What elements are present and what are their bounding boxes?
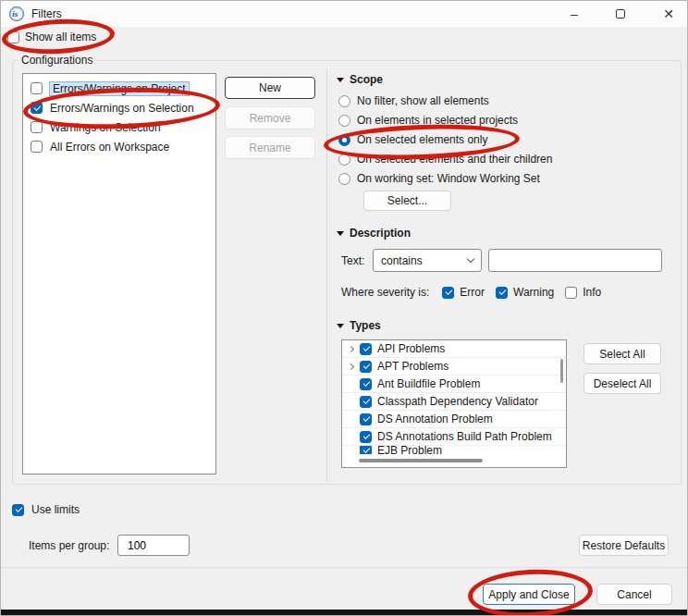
- svg-text:is: is: [12, 9, 18, 18]
- working-set-select-button[interactable]: Select...: [363, 191, 451, 211]
- severity-label: Where severity is:: [341, 286, 429, 299]
- type-checkbox[interactable]: [360, 446, 372, 454]
- panel-divider: [326, 69, 327, 482]
- cancel-button[interactable]: Cancel: [596, 584, 672, 605]
- radio-icon[interactable]: [338, 173, 350, 185]
- type-row[interactable]: Classpath Dependency Validator: [342, 393, 566, 411]
- radio-icon[interactable]: [338, 154, 350, 166]
- items-per-group-label: Items per group:: [29, 539, 109, 552]
- minimize-button[interactable]: –: [554, 1, 595, 27]
- severity-info-checkbox[interactable]: [565, 287, 577, 299]
- deselect-all-button[interactable]: Deselect All: [584, 373, 661, 394]
- window-title: Filters: [31, 7, 62, 20]
- scope-option-selected-elements-only[interactable]: On selected elements only: [338, 132, 487, 147]
- type-checkbox[interactable]: [360, 378, 372, 390]
- chevron-down-icon: [467, 255, 474, 263]
- match-mode-dropdown[interactable]: contains: [373, 249, 482, 272]
- type-checkbox[interactable]: [360, 361, 372, 373]
- type-checkbox[interactable]: [360, 431, 372, 443]
- radio-icon[interactable]: [338, 95, 350, 107]
- type-checkbox[interactable]: [360, 343, 372, 355]
- maximize-button[interactable]: [600, 1, 641, 27]
- remove-button[interactable]: Remove: [225, 106, 315, 129]
- severity-error-checkbox[interactable]: [442, 287, 454, 299]
- items-per-group-input[interactable]: [117, 535, 190, 556]
- filter-details-panel: Scope No filter, show all elements On el…: [337, 69, 681, 482]
- close-button[interactable]: ✕: [648, 1, 688, 27]
- config-item-label: Errors/Warnings on Selection: [50, 102, 194, 115]
- text-label: Text:: [341, 254, 364, 267]
- type-checkbox[interactable]: [360, 413, 372, 425]
- collapse-arrow-icon: [337, 324, 344, 328]
- radio-icon[interactable]: [338, 115, 350, 127]
- description-section-header[interactable]: Description: [337, 227, 411, 240]
- maximize-icon: [616, 9, 625, 18]
- footer-separator: [1, 567, 688, 568]
- type-row[interactable]: EJB Problem: [342, 446, 566, 454]
- config-item-checkbox[interactable]: [31, 141, 43, 153]
- config-list-item[interactable]: All Errors on Workspace: [23, 137, 215, 156]
- description-text-input[interactable]: [488, 249, 662, 272]
- severity-warning-checkbox[interactable]: [496, 287, 508, 299]
- scope-option-selected-projects[interactable]: On elements in selected projects: [338, 113, 518, 128]
- rename-button[interactable]: Rename: [225, 136, 315, 159]
- type-row[interactable]: API Problems: [342, 340, 566, 358]
- scope-option-no-filter[interactable]: No filter, show all elements: [338, 93, 489, 108]
- types-section-header[interactable]: Types: [337, 319, 381, 332]
- window-bottom-edge: [1, 610, 688, 616]
- configurations-group-label: Configurations: [18, 54, 96, 67]
- type-checkbox[interactable]: [360, 396, 372, 408]
- show-all-items-row: Show all items: [7, 31, 96, 43]
- severity-row: Where severity is: Error Warning Info: [341, 286, 601, 299]
- type-row[interactable]: DS Annotation Problem: [342, 411, 566, 428]
- horizontal-scrollbar[interactable]: [359, 459, 483, 462]
- use-limits-row: Use limits: [12, 503, 80, 516]
- type-row[interactable]: DS Annotations Build Path Problem: [342, 428, 566, 446]
- severity-warning-label: Warning: [513, 286, 554, 299]
- show-all-items-checkbox[interactable]: [7, 31, 19, 43]
- collapse-arrow-icon: [337, 231, 344, 236]
- radio-selected-icon[interactable]: [338, 134, 350, 146]
- type-row[interactable]: APT Problems: [342, 358, 566, 376]
- app-logo-icon: is: [8, 6, 25, 22]
- types-tree[interactable]: API Problems APT Problems Ant Buildfile …: [341, 339, 567, 468]
- show-all-items-label: Show all items: [25, 31, 96, 43]
- title-bar: is Filters – ✕: [1, 1, 687, 27]
- config-item-label: All Errors on Workspace: [50, 141, 169, 154]
- config-item-checkbox[interactable]: [31, 121, 43, 133]
- type-row[interactable]: Ant Buildfile Problem: [342, 376, 566, 393]
- severity-info-label: Info: [583, 286, 601, 299]
- filters-dialog: is Filters – ✕ Show all items Configurat…: [0, 0, 688, 616]
- new-button[interactable]: New: [225, 77, 315, 99]
- use-limits-label: Use limits: [31, 503, 80, 516]
- use-limits-checkbox[interactable]: [12, 504, 24, 516]
- expand-chevron-icon[interactable]: [347, 363, 353, 369]
- config-item-label: Errors/Warnings on Project: [50, 82, 189, 95]
- vertical-scrollbar[interactable]: [560, 359, 563, 383]
- match-mode-value: contains: [381, 254, 423, 267]
- config-list-item[interactable]: Errors/Warnings on Project: [23, 79, 215, 98]
- config-item-checkbox[interactable]: [31, 102, 43, 114]
- scope-option-selected-and-children[interactable]: On selected elements and their children: [338, 152, 552, 166]
- scope-section-header[interactable]: Scope: [337, 73, 383, 86]
- select-all-button[interactable]: Select All: [584, 343, 661, 364]
- config-list-item[interactable]: Errors/Warnings on Selection: [23, 98, 215, 117]
- severity-error-label: Error: [460, 286, 485, 299]
- description-text-row: Text: contains: [337, 249, 681, 273]
- config-item-label: Warnings on Selection: [50, 121, 161, 134]
- configurations-list[interactable]: Errors/Warnings on Project Errors/Warnin…: [22, 73, 216, 474]
- config-item-checkbox[interactable]: [31, 82, 43, 94]
- config-list-item[interactable]: Warnings on Selection: [23, 117, 215, 137]
- apply-and-close-button[interactable]: Apply and Close: [483, 584, 575, 605]
- scope-option-working-set[interactable]: On working set: Window Working Set: [338, 171, 540, 186]
- restore-defaults-button[interactable]: Restore Defaults: [579, 535, 669, 556]
- collapse-arrow-icon: [337, 78, 344, 82]
- expand-chevron-icon[interactable]: [347, 345, 353, 351]
